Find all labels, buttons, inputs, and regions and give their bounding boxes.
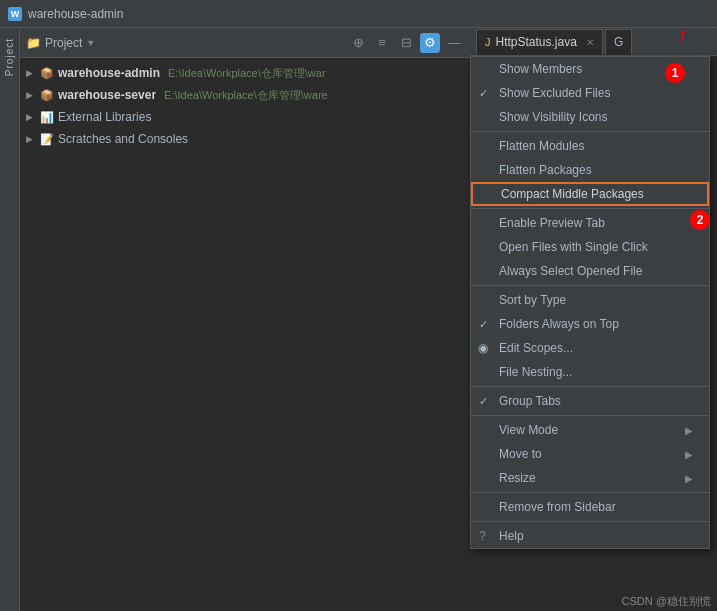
menu-separator — [471, 521, 709, 522]
menu-label: Resize — [499, 471, 536, 485]
menu-label: View Mode — [499, 423, 558, 437]
vertical-project-tab[interactable]: Project — [0, 28, 20, 611]
menu-label: File Nesting... — [499, 365, 572, 379]
menu-item-edit-scopes[interactable]: ◉ Edit Scopes... — [471, 336, 709, 360]
tab-label: HttpStatus.java — [496, 35, 577, 49]
project-path: E:\Idea\Workplace\仓库管理\ware — [164, 88, 328, 103]
menu-item-file-nesting[interactable]: File Nesting... — [471, 360, 709, 384]
annotation-arrow-1: ↓ — [678, 26, 688, 49]
menu-label: Always Select Opened File — [499, 264, 642, 278]
vertical-tab-label[interactable]: Project — [4, 38, 15, 76]
menu-item-folders-top[interactable]: ✓ Folders Always on Top — [471, 312, 709, 336]
toolbar-collapse-button[interactable]: ≡ — [372, 33, 392, 53]
sidebar-title: 📁 Project ▼ — [26, 36, 95, 50]
menu-separator — [471, 208, 709, 209]
tab-httpstatus[interactable]: J HttpStatus.java ✕ — [476, 29, 603, 55]
toolbar-globe-button[interactable]: ⊕ — [348, 33, 368, 53]
watermark: CSDN @稳住别慌 — [622, 594, 711, 609]
menu-label: Help — [499, 529, 524, 543]
sidebar-tree: ▶ 📦 warehouse-admin E:\Idea\Workplace\仓库… — [20, 58, 470, 611]
menu-separator — [471, 386, 709, 387]
app-icon: W — [8, 7, 22, 21]
menu-item-group-tabs[interactable]: ✓ Group Tabs — [471, 389, 709, 413]
submenu-arrow-icon: ▶ — [685, 425, 693, 436]
sidebar: 📁 Project ▼ ⊕ ≡ ⊟ ⚙ — ▶ 📦 warehouse-admi… — [20, 28, 470, 611]
project-label: warehouse-sever — [58, 88, 156, 102]
chevron-down-icon[interactable]: ▼ — [86, 38, 95, 48]
project-label: warehouse-admin — [58, 66, 160, 80]
annotation-circle-1: 1 — [665, 63, 685, 83]
submenu-arrow-icon: ▶ — [685, 449, 693, 460]
title-bar: W warehouse-admin — [0, 0, 717, 28]
menu-item-show-excluded[interactable]: ✓ Show Excluded Files — [471, 81, 709, 105]
menu-label: Compact Middle Packages — [501, 187, 644, 201]
menu-label: Remove from Sidebar — [499, 500, 616, 514]
checkmark-icon: ✓ — [479, 318, 488, 331]
menu-item-flatten-packages[interactable]: Flatten Packages — [471, 158, 709, 182]
menu-item-enable-preview[interactable]: Enable Preview Tab — [471, 211, 709, 235]
expand-arrow: ▶ — [26, 68, 36, 78]
tree-item-external-libraries[interactable]: ▶ 📊 External Libraries — [20, 106, 470, 128]
tab-label: G — [614, 35, 623, 49]
menu-label: Flatten Modules — [499, 139, 584, 153]
menu-label: Move to — [499, 447, 542, 461]
library-label: External Libraries — [58, 110, 151, 124]
menu-item-help[interactable]: ? Help — [471, 524, 709, 548]
menu-separator — [471, 492, 709, 493]
checkmark-icon: ✓ — [479, 87, 488, 100]
annotation-circle-2: 2 — [690, 210, 710, 230]
gear-icon: ⚙ — [424, 35, 436, 50]
sidebar-toolbar: 📁 Project ▼ ⊕ ≡ ⊟ ⚙ — — [20, 28, 470, 58]
expand-arrow: ▶ — [26, 134, 36, 144]
menu-label: Group Tabs — [499, 394, 561, 408]
menu-label: Open Files with Single Click — [499, 240, 648, 254]
expand-arrow: ▶ — [26, 112, 36, 122]
context-menu: Show Members ✓ Show Excluded Files Show … — [470, 56, 710, 549]
menu-separator — [471, 131, 709, 132]
menu-separator — [471, 415, 709, 416]
scratch-label: Scratches and Consoles — [58, 132, 188, 146]
app-title: warehouse-admin — [28, 7, 123, 21]
tree-item-warehouse-admin[interactable]: ▶ 📦 warehouse-admin E:\Idea\Workplace\仓库… — [20, 62, 470, 84]
project-icon: 📦 — [40, 66, 54, 80]
toolbar-layout-button[interactable]: ⊟ — [396, 33, 416, 53]
menu-item-view-mode[interactable]: View Mode ▶ — [471, 418, 709, 442]
tab-generic[interactable]: G — [605, 29, 632, 55]
menu-item-resize[interactable]: Resize ▶ — [471, 466, 709, 490]
menu-label: Folders Always on Top — [499, 317, 619, 331]
menu-label: Flatten Packages — [499, 163, 592, 177]
help-prefix: ? — [479, 529, 486, 543]
menu-label: Enable Preview Tab — [499, 216, 605, 230]
expand-arrow: ▶ — [26, 90, 36, 100]
menu-label: Edit Scopes... — [499, 341, 573, 355]
menu-item-show-visibility[interactable]: Show Visibility Icons — [471, 105, 709, 129]
menu-item-open-single-click[interactable]: Open Files with Single Click — [471, 235, 709, 259]
library-icon: 📊 — [40, 110, 54, 124]
toolbar-settings-button[interactable]: ⚙ — [420, 33, 440, 53]
project-dropdown-label[interactable]: Project — [45, 36, 82, 50]
checkmark-icon: ✓ — [479, 395, 488, 408]
menu-item-compact-middle[interactable]: Compact Middle Packages — [471, 182, 709, 206]
project-icon: 📦 — [40, 88, 54, 102]
folder-icon: 📁 — [26, 36, 41, 50]
project-path: E:\Idea\Workplace\仓库管理\war — [168, 66, 326, 81]
menu-label: Show Members — [499, 62, 582, 76]
toolbar-minimize-button[interactable]: — — [444, 33, 464, 53]
close-icon[interactable]: ✕ — [586, 37, 594, 48]
menu-label: Show Excluded Files — [499, 86, 610, 100]
menu-separator — [471, 285, 709, 286]
menu-item-always-select[interactable]: Always Select Opened File — [471, 259, 709, 283]
content-area: J HttpStatus.java ✕ G ↓ 1 Show Members ✓… — [470, 28, 717, 611]
submenu-arrow-icon: ▶ — [685, 473, 693, 484]
main-layout: Project 📁 Project ▼ ⊕ ≡ ⊟ ⚙ — ▶ 📦 wareho — [0, 28, 717, 611]
menu-label: Sort by Type — [499, 293, 566, 307]
menu-item-flatten-modules[interactable]: Flatten Modules — [471, 134, 709, 158]
menu-item-move-to[interactable]: Move to ▶ — [471, 442, 709, 466]
scratch-icon: 📝 — [40, 132, 54, 146]
java-file-icon: J — [485, 36, 491, 48]
tree-item-scratches[interactable]: ▶ 📝 Scratches and Consoles — [20, 128, 470, 150]
menu-item-remove-sidebar[interactable]: Remove from Sidebar — [471, 495, 709, 519]
menu-item-sort-by-type[interactable]: Sort by Type — [471, 288, 709, 312]
tree-item-warehouse-sever[interactable]: ▶ 📦 warehouse-sever E:\Idea\Workplace\仓库… — [20, 84, 470, 106]
menu-label: Show Visibility Icons — [499, 110, 608, 124]
